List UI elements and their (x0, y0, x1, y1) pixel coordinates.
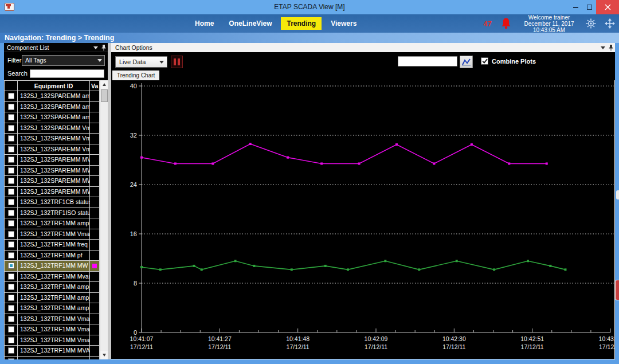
table-row[interactable]: 132SJ_132SPAREMM MW_a (4, 166, 100, 177)
panel-menu-chevron-icon[interactable] (93, 46, 98, 49)
chart-tabstrip: Trending Chart (111, 71, 615, 80)
row-checkbox[interactable] (8, 305, 14, 311)
data-mode-dropdown[interactable]: Live Data (115, 56, 167, 68)
row-checkbox[interactable] (8, 295, 14, 301)
table-row[interactable]: 132SJ_132SPAREMM amp_c (4, 112, 100, 123)
table-row[interactable]: 132SJ_132TRF1MM Vmag_bc (4, 324, 100, 335)
minimize-button[interactable] (569, 0, 582, 14)
scroll-down-button[interactable] (100, 351, 108, 359)
table-row[interactable]: 132SJ_132TRF1MM amp (4, 218, 100, 229)
table-row[interactable]: 132SJ_132SPAREMM Vmag_bc (4, 134, 100, 144)
minimize-icon (573, 7, 578, 8)
table-row[interactable]: 132SJ_132TRF1MM amp_c (4, 303, 100, 314)
combine-plots-control[interactable]: Combine Plots (481, 57, 536, 65)
equipment-table-header: Equipment ID Va (4, 80, 100, 91)
table-row[interactable]: 132SJ_132TRF1MM amp_b (4, 293, 100, 304)
table-row[interactable]: 132SJ_132TRF1MM Vmag (4, 229, 100, 240)
row-checkbox[interactable] (8, 347, 14, 354)
table-row[interactable]: 132SJ_132TRF1MM MW (4, 261, 100, 272)
table-row[interactable]: 132SJ_132TRF1MM Vmag_ab (4, 314, 100, 325)
row-checkbox[interactable] (8, 135, 14, 142)
chart-panel-pin-icon[interactable] (609, 45, 613, 51)
table-row[interactable]: 132SJ_132SPAREMM MW_b (4, 176, 100, 187)
welcome-time: 10:43:05 AM (520, 27, 578, 33)
row-checkbox[interactable] (8, 220, 14, 226)
settings-gear-icon[interactable] (585, 18, 597, 29)
row-checkbox[interactable] (8, 93, 14, 99)
table-row[interactable]: 132SJ_132TRF1MM freq (4, 240, 100, 251)
row-checkbox[interactable] (8, 146, 14, 152)
row-checkbox[interactable] (8, 156, 14, 163)
row-checkbox[interactable] (8, 241, 14, 248)
checkbox-cell (5, 187, 18, 197)
component-list-title: Component List (7, 44, 49, 51)
table-row[interactable]: 132SJ_132TRF1MM MVA (4, 346, 100, 357)
plot-style-button[interactable] (460, 56, 473, 68)
checkbox-cell (5, 197, 18, 208)
table-row[interactable]: 132SJ_132TRF1MM Mvar (4, 272, 100, 283)
table-row[interactable]: 132SJ_132SPAREMM amp_a (4, 91, 100, 102)
row-checkbox[interactable] (8, 316, 14, 322)
checkbox-cell (5, 335, 18, 346)
table-row[interactable]: 132SJ_132TRF1MM Vmag_ca (4, 335, 100, 346)
row-checkbox[interactable] (8, 178, 14, 184)
alarm-bell-icon[interactable] (499, 17, 513, 30)
row-checkbox[interactable] (8, 263, 14, 269)
nav-item-onelineview[interactable]: OneLineView (223, 17, 277, 30)
checkbox-cell (5, 293, 18, 303)
table-row[interactable]: 132SJ_132SPAREMM amp_b (4, 102, 100, 113)
filter-dropdown[interactable]: All Tags (22, 55, 105, 66)
row-checkbox[interactable] (8, 337, 14, 343)
pause-button[interactable] (171, 56, 183, 68)
component-list-header[interactable]: Component List (4, 43, 108, 52)
row-checkbox[interactable] (8, 125, 14, 131)
value-cell (90, 282, 100, 292)
row-checkbox[interactable] (8, 199, 14, 205)
row-checkbox[interactable] (8, 326, 14, 332)
row-checkbox[interactable] (8, 114, 14, 120)
value-cell (90, 229, 100, 240)
table-row[interactable]: 132SJ_132TRF1CB status (4, 197, 100, 208)
scroll-up-button[interactable] (100, 80, 108, 89)
svg-text:10:42:30: 10:42:30 (442, 335, 466, 342)
equipment-id-cell: 132SJ_132SPAREMM MW_b (18, 176, 90, 186)
row-checkbox[interactable] (8, 273, 14, 280)
table-row[interactable]: 132SJ_132SPAREMM Vmag_ab (4, 123, 100, 134)
equipment-id-cell: 132SJ_132TRF1MM amp_a (18, 282, 90, 292)
series-line-magenta (142, 144, 547, 163)
series-line-green (142, 261, 565, 269)
row-checkbox[interactable] (8, 210, 14, 216)
table-row[interactable]: 132SJ_132SPAREMM MW_c (4, 187, 100, 198)
main-area: Component List Filter All Tags Search (0, 43, 619, 359)
move-pan-icon[interactable] (604, 18, 616, 29)
row-checkbox[interactable] (8, 284, 14, 290)
nav-item-viewers[interactable]: Viewers (325, 17, 362, 30)
row-checkbox[interactable] (8, 231, 14, 237)
row-checkbox[interactable] (8, 167, 14, 174)
table-row[interactable]: 132SJ_132SPAREMM Vmag_ca (4, 144, 100, 155)
tab-trending-chart[interactable]: Trending Chart (112, 71, 159, 80)
search-label: Search (7, 70, 28, 77)
equipment-id-cell: 132SJ_132TRF1CB status (18, 197, 90, 208)
svg-text:40: 40 (130, 83, 137, 89)
pin-icon[interactable] (101, 45, 106, 51)
row-checkbox[interactable] (8, 252, 14, 259)
close-button[interactable] (596, 0, 619, 14)
chart-panel-menu-chevron-icon[interactable] (601, 46, 605, 49)
combine-plots-checkbox[interactable] (481, 57, 488, 65)
table-row[interactable]: 132SJ_132TRF1ISO status (4, 208, 100, 219)
maximize-button[interactable] (582, 0, 596, 14)
chart-options-header[interactable]: Chart Options (111, 43, 615, 52)
nav-item-trending[interactable]: Trending (281, 17, 322, 30)
search-input[interactable] (30, 69, 104, 78)
value-cell (90, 123, 100, 134)
scrollbar-thumb[interactable] (101, 89, 108, 102)
table-row[interactable]: 132SJ_132TRF1MM pf (4, 251, 100, 261)
row-checkbox[interactable] (8, 104, 14, 110)
range-input[interactable] (398, 56, 457, 66)
table-row[interactable]: 132SJ_132TRF1MM amp_a (4, 282, 100, 293)
row-checkbox[interactable] (8, 189, 14, 195)
list-scrollbar[interactable] (100, 80, 108, 359)
table-row[interactable]: 132SJ_132SPAREMM MVA (4, 155, 100, 166)
nav-item-home[interactable]: Home (189, 17, 220, 30)
